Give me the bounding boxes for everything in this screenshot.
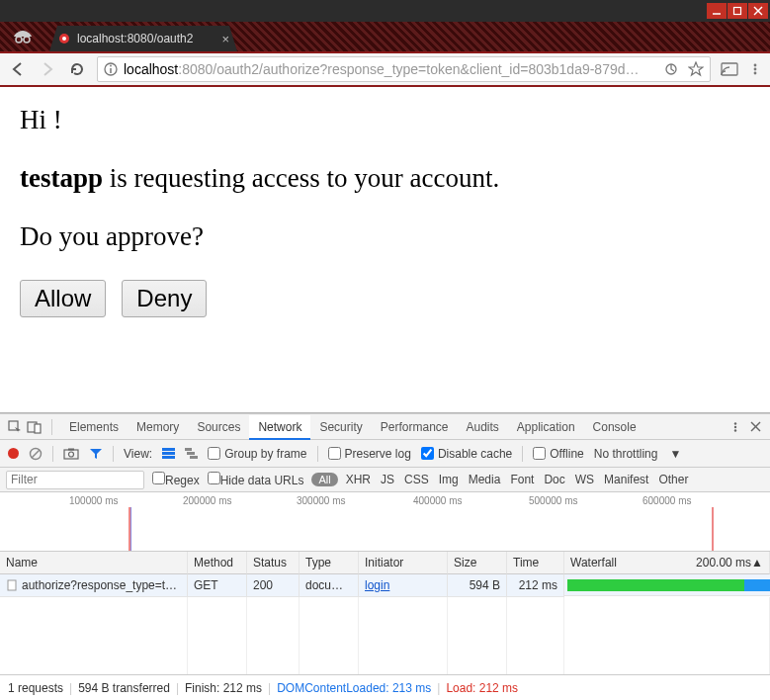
- filter-type-css[interactable]: CSS: [404, 473, 429, 486]
- tab-title: localhost:8080/oauth2: [77, 32, 215, 45]
- back-button[interactable]: [8, 59, 28, 79]
- tab-close-button[interactable]: ×: [221, 32, 229, 46]
- devtools-tab-elements[interactable]: Elements: [60, 415, 128, 439]
- svg-point-20: [734, 422, 736, 424]
- devtools-tab-memory[interactable]: Memory: [128, 415, 188, 439]
- svg-rect-29: [68, 448, 74, 450]
- window-minimize-button[interactable]: [707, 3, 727, 19]
- filter-type-js[interactable]: JS: [381, 473, 394, 486]
- incognito-icon: [12, 28, 34, 45]
- initiator-link[interactable]: login: [365, 578, 389, 592]
- record-button[interactable]: [8, 448, 19, 459]
- disable-cache-checkbox[interactable]: Disable cache: [421, 447, 512, 461]
- col-status[interactable]: Status: [247, 552, 299, 574]
- throttling-dropdown[interactable]: No throttling ▼: [594, 447, 682, 461]
- offline-checkbox[interactable]: Offline: [533, 447, 583, 461]
- address-bar[interactable]: localhost:8080/oauth2/authorize?response…: [97, 56, 711, 82]
- quick-action-icon[interactable]: [664, 62, 678, 76]
- request-waterfall-cell: [564, 574, 770, 596]
- waterfall-view-icon[interactable]: [185, 448, 198, 459]
- filter-type-all[interactable]: All: [311, 473, 337, 486]
- status-dcl: DOMContentLoaded: 213 ms: [277, 681, 431, 695]
- devtools-tab-application[interactable]: Application: [508, 415, 584, 439]
- page-content: Hi ! testapp is requesting access to you…: [0, 87, 770, 413]
- reload-button[interactable]: [67, 59, 87, 79]
- device-toolbar-icon[interactable]: [26, 418, 43, 436]
- request-time-cell: 212 ms: [507, 574, 564, 597]
- request-name-cell[interactable]: authorize?response_type=t…: [0, 574, 188, 597]
- svg-rect-36: [8, 580, 16, 590]
- kebab-menu-icon[interactable]: [748, 62, 762, 76]
- devtools-tab-performance[interactable]: Performance: [372, 415, 458, 439]
- timeline-dcl-marker: [130, 507, 131, 551]
- devtools-tab-network[interactable]: Network: [249, 415, 310, 440]
- devtools-kebab-icon[interactable]: [727, 418, 744, 436]
- devtools-close-icon[interactable]: [746, 418, 764, 436]
- filter-toggle-icon[interactable]: [89, 448, 103, 460]
- request-initiator-cell: login: [359, 574, 448, 597]
- devtools-tab-console[interactable]: Console: [584, 415, 645, 439]
- filter-input[interactable]: [6, 471, 144, 489]
- timeline-tick: 300000 ms: [297, 495, 345, 506]
- col-type[interactable]: Type: [299, 552, 359, 574]
- col-name[interactable]: Name: [0, 552, 188, 574]
- filter-type-xhr[interactable]: XHR: [346, 473, 371, 486]
- network-table: Name Method Status Type Initiator Size T…: [0, 552, 770, 597]
- filter-type-media[interactable]: Media: [469, 473, 501, 486]
- col-method[interactable]: Method: [188, 552, 247, 574]
- svg-point-22: [734, 429, 736, 431]
- timeline-tick: 600000 ms: [642, 495, 691, 506]
- clear-button[interactable]: [29, 447, 43, 461]
- approve-question: Do you approve?: [20, 221, 750, 252]
- request-text: testapp is requesting access to your acc…: [20, 163, 750, 194]
- hide-data-urls-checkbox[interactable]: Hide data URLs: [208, 472, 304, 487]
- svg-rect-30: [162, 448, 175, 451]
- document-icon: [6, 579, 18, 591]
- filter-type-other[interactable]: Other: [658, 473, 688, 486]
- waterfall-bar-waiting: [567, 579, 744, 591]
- network-timeline[interactable]: 100000 ms200000 ms300000 ms400000 ms5000…: [0, 492, 770, 552]
- filter-type-doc[interactable]: Doc: [544, 473, 564, 486]
- devtools-tab-security[interactable]: Security: [310, 415, 371, 439]
- large-rows-icon[interactable]: [162, 448, 175, 459]
- maximize-icon: [732, 6, 742, 16]
- group-by-frame-checkbox[interactable]: Group by frame: [208, 447, 306, 461]
- request-size-cell: 594 B: [448, 574, 507, 597]
- filter-type-font[interactable]: Font: [510, 473, 534, 486]
- info-icon: [104, 62, 118, 76]
- minimize-icon: [712, 6, 722, 16]
- url-text: localhost:8080/oauth2/authorize?response…: [124, 61, 640, 77]
- timeline-end-marker: [712, 507, 714, 551]
- request-method-cell: GET: [188, 574, 247, 597]
- filter-type-manifest[interactable]: Manifest: [604, 473, 648, 486]
- window-maximize-button[interactable]: [727, 3, 747, 19]
- forward-button[interactable]: [38, 59, 57, 79]
- cast-icon[interactable]: [721, 62, 738, 76]
- preserve-log-checkbox[interactable]: Preserve log: [328, 447, 411, 461]
- svg-rect-1: [734, 8, 741, 15]
- svg-point-14: [754, 64, 757, 67]
- request-type-cell: docu…: [299, 574, 359, 597]
- status-finish: Finish: 212 ms: [185, 681, 262, 695]
- col-waterfall[interactable]: Waterfall200.00 ms▲: [564, 552, 770, 574]
- devtools-tab-sources[interactable]: Sources: [188, 415, 249, 439]
- greeting-text: Hi !: [20, 105, 750, 135]
- allow-button[interactable]: Allow: [20, 280, 106, 317]
- star-icon[interactable]: [688, 61, 704, 77]
- filter-type-ws[interactable]: WS: [575, 473, 594, 486]
- svg-rect-31: [162, 452, 175, 455]
- col-time[interactable]: Time: [507, 552, 564, 574]
- window-close-button[interactable]: [748, 3, 768, 19]
- filter-type-img[interactable]: Img: [439, 473, 459, 486]
- svg-point-28: [69, 452, 74, 457]
- svg-point-4: [16, 37, 22, 43]
- waterfall-bar-download: [744, 579, 770, 591]
- devtools-tab-audits[interactable]: Audits: [457, 415, 507, 439]
- regex-checkbox[interactable]: Regex: [152, 472, 200, 487]
- browser-tab[interactable]: localhost:8080/oauth2 ×: [49, 26, 237, 51]
- deny-button[interactable]: Deny: [122, 280, 207, 317]
- col-size[interactable]: Size: [448, 552, 507, 574]
- col-initiator[interactable]: Initiator: [359, 552, 448, 574]
- inspect-element-icon[interactable]: [6, 418, 24, 436]
- capture-screenshots-icon[interactable]: [63, 448, 79, 460]
